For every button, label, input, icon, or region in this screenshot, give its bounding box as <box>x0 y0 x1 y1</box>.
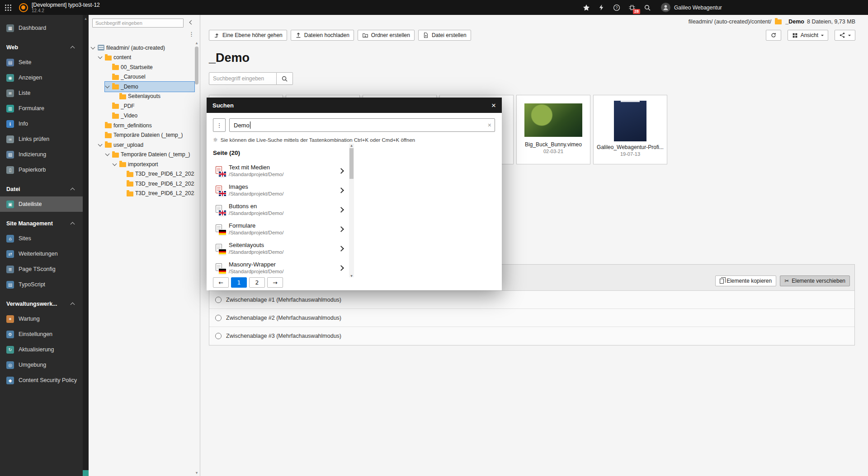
clear-cache-bolt-icon[interactable] <box>595 0 608 15</box>
scroll-up-icon[interactable]: ▲ <box>349 144 354 147</box>
module-item-aktualisierung[interactable]: ↻Aktualisierung <box>0 342 83 357</box>
bookmark-star-icon[interactable] <box>580 0 593 15</box>
tree-node-video[interactable]: _Video <box>105 111 194 121</box>
new-file-button[interactable]: Datei erstellen <box>418 30 471 41</box>
new-folder-button[interactable]: Ordner erstellen <box>358 30 415 41</box>
move-elements-button[interactable]: ✂ Elemente verschieben <box>780 275 850 286</box>
search-result-item[interactable]: Formulare/Standardprojekt/Demo/ <box>213 219 347 238</box>
scrollbar-thumb[interactable] <box>349 148 354 179</box>
clipboard-row[interactable]: Zwischenablage #3 (Mehrfachauswahlmodus) <box>209 327 854 345</box>
module-item-indizierung[interactable]: ▧Indizierung <box>0 147 83 162</box>
tree-node-t3d-tree-pid6-l2-2023-0[interactable]: T3D_tree_PID6_L2_2023-0 <box>119 179 194 189</box>
pagination-page-2[interactable]: 2 <box>249 277 265 288</box>
app-switcher-icon[interactable] <box>2 0 14 15</box>
scroll-up-icon[interactable]: ▲ <box>194 41 199 44</box>
chevron-down-icon[interactable] <box>112 162 118 167</box>
tree-collapse-button[interactable] <box>185 19 196 28</box>
tree-node-form-definitions[interactable]: form_definitions <box>98 121 194 131</box>
module-menu-scrollbar[interactable]: ▲ <box>83 15 89 476</box>
upload-button[interactable]: Dateien hochladen <box>291 30 354 41</box>
tree-node-t3d-tree-pid6-l2-2023-0[interactable]: T3D_tree_PID6_L2_2023-0 <box>119 189 194 199</box>
chevron-down-icon[interactable] <box>98 55 103 60</box>
system-information-icon[interactable]: 28 <box>626 0 638 15</box>
module-item-seite[interactable]: ▤Seite <box>0 55 83 70</box>
module-group-verwaltungswerk[interactable]: Verwaltungswerk... <box>0 296 83 311</box>
chevron-down-icon[interactable] <box>105 152 110 157</box>
module-item-content-security-policy[interactable]: ◆Content Security Policy <box>0 373 83 388</box>
help-icon[interactable]: ? <box>610 0 623 15</box>
user-menu[interactable]: Galileo Webagentur <box>661 3 722 12</box>
module-item-info[interactable]: ℹInfo <box>0 116 83 131</box>
refresh-button[interactable] <box>766 30 781 41</box>
module-item-liste[interactable]: ≡Liste <box>0 85 83 101</box>
search-result-item[interactable]: Seitenlayouts/Standardprojekt/Demo/ <box>213 238 347 258</box>
filelist-search-button[interactable] <box>277 72 293 85</box>
tree-node-content[interactable]: content <box>98 53 194 63</box>
tree-node-seitenlayouts[interactable]: Seitenlayouts <box>112 92 194 102</box>
module-item-links-pr-fen[interactable]: ∞Links prüfen <box>0 131 83 147</box>
module-item-anzeigen[interactable]: ◉Anzeigen <box>0 70 83 85</box>
module-item-umgebung[interactable]: ◎Umgebung <box>0 357 83 373</box>
breadcrumb-folder[interactable]: _Demo <box>785 19 804 25</box>
file-card[interactable]: Galileo_Webagentur-Profi...19-07-13 <box>593 95 667 164</box>
view-mode-button[interactable]: Ansicht <box>788 30 828 41</box>
clipboard-row[interactable]: Zwischenablage #1 (Mehrfachauswahlmodus) <box>209 291 854 309</box>
search-result-item[interactable]: Masonry-Wrapper/Standardprojekt/Demo/ <box>213 258 347 277</box>
tree-scrollbar[interactable]: ▲ ▼ <box>194 41 199 474</box>
radio-button[interactable] <box>215 333 222 339</box>
tree-node-demo[interactable]: _Demo <box>105 82 194 92</box>
module-group-datei[interactable]: Datei <box>0 182 83 196</box>
module-item-typoscript[interactable]: ▤TypoScript <box>0 277 83 292</box>
breadcrumb-path[interactable]: fileadmin/ (auto-created)/content/ <box>689 19 771 25</box>
scrollbar-thumb[interactable] <box>195 47 198 84</box>
clipboard-row[interactable]: Zwischenablage #2 (Mehrfachauswahlmodus) <box>209 309 854 327</box>
tree-node-pdf[interactable]: _PDF <box>105 101 194 111</box>
file-card[interactable]: Big_Buck_Bunny.vimeo02-03-21 <box>516 95 590 164</box>
module-item-einstellungen[interactable]: ⚙Einstellungen <box>0 327 83 342</box>
tree-node-00-startseite[interactable]: 00_Startseite <box>105 62 194 72</box>
module-item-page-tsconfig[interactable]: ≣Page TSconfig <box>0 261 83 277</box>
radio-button[interactable] <box>215 297 222 303</box>
module-item-dateiliste[interactable]: ▣Dateiliste <box>0 196 83 212</box>
copy-elements-button[interactable]: Elemente kopieren <box>715 275 776 286</box>
chevron-down-icon[interactable] <box>90 45 96 51</box>
module-item-dashboard[interactable]: ▦Dashboard <box>0 20 83 36</box>
clear-icon[interactable]: × <box>488 121 491 129</box>
search-result-item[interactable]: Text mit Medien/Standardprojekt/Demo/ <box>213 161 347 180</box>
module-item-papierkorb[interactable]: ▯Papierkorb <box>0 162 83 177</box>
module-item-sites[interactable]: ⌂Sites <box>0 231 83 246</box>
search-result-item[interactable]: Images/Standardprojekt/Demo/ <box>213 180 347 200</box>
search-icon[interactable] <box>641 0 654 15</box>
chevron-down-icon[interactable] <box>105 84 110 89</box>
module-group-site-management[interactable]: Site Management <box>0 216 83 231</box>
tree-node-t3d-tree-pid6-l2-2023-0[interactable]: T3D_tree_PID6_L2_2023-0 <box>119 169 194 179</box>
tree-node-carousel[interactable]: _Carousel <box>105 72 194 82</box>
search-result-item[interactable]: Buttons en/Standardprojekt/Demo/ <box>213 200 347 219</box>
module-item-weiterleitungen[interactable]: ⇄Weiterleitungen <box>0 246 83 261</box>
level-up-button[interactable]: Eine Ebene höher gehen <box>209 30 287 41</box>
close-icon[interactable]: × <box>491 102 496 109</box>
live-search-input[interactable]: Demo × <box>229 118 495 132</box>
search-options-icon[interactable]: ⋮ <box>213 118 226 132</box>
scroll-down-icon[interactable]: ▼ <box>194 471 199 474</box>
scroll-up-icon[interactable]: ▲ <box>83 17 89 20</box>
tree-filter-input[interactable] <box>92 19 184 28</box>
radio-button[interactable] <box>215 315 222 321</box>
tree-node-tempor-re-dateien-temp[interactable]: Temporäre Dateien (_temp_) <box>105 150 194 160</box>
tree-node-importexport[interactable]: importexport <box>112 159 194 169</box>
pagination-page-1[interactable]: 1 <box>231 277 247 288</box>
tree-node-fileadmin-auto-created[interactable]: fileadmin/ (auto-created) <box>90 43 194 53</box>
share-button[interactable] <box>835 30 855 41</box>
tree-node-user-upload[interactable]: user_upload <box>98 140 194 150</box>
scroll-down-icon[interactable]: ▼ <box>349 274 354 277</box>
pagination-next-button[interactable]: → <box>267 277 283 288</box>
tree-node-tempor-re-dateien-temp[interactable]: Temporäre Dateien (_temp_) <box>98 131 194 140</box>
module-item-formulare[interactable]: ▥Formulare <box>0 101 83 116</box>
filelist-search-input[interactable] <box>209 72 277 85</box>
pagination-prev-button[interactable]: ← <box>213 277 229 288</box>
module-group-web[interactable]: Web <box>0 40 83 55</box>
modal-scrollbar[interactable]: ▲ ▼ <box>349 144 354 277</box>
module-item-wartung[interactable]: ✶Wartung <box>0 311 83 327</box>
chevron-down-icon[interactable] <box>98 142 103 148</box>
tree-options-icon[interactable]: ⋮ <box>189 29 194 39</box>
